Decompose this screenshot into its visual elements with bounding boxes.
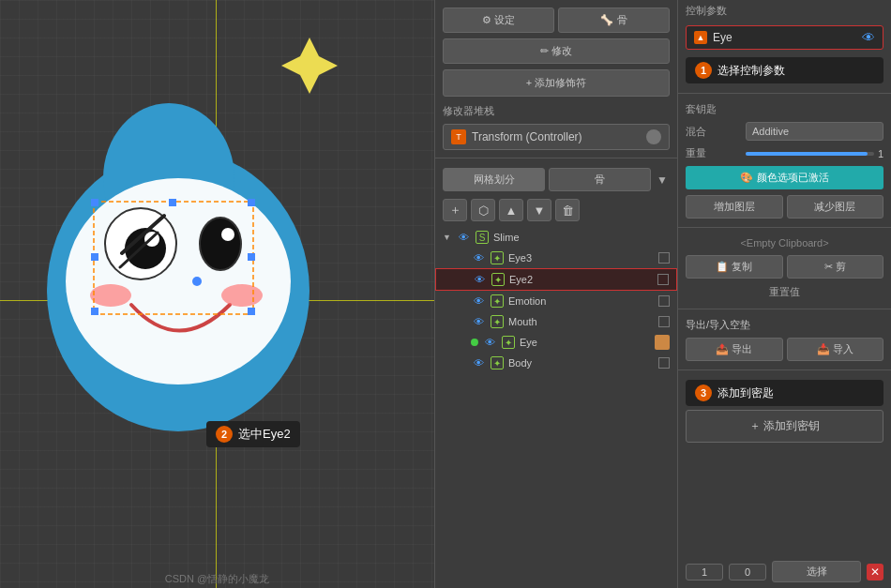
export-import-buttons: 📤 导出 📥 导入 (678, 335, 891, 364)
reduce-layer-button[interactable]: 减少图层 (787, 195, 884, 219)
mesh-tool-delete[interactable]: 🗑 (555, 199, 580, 221)
mesh-bone-header: 网格划分 骨 ▼ (435, 164, 677, 195)
eye3-checkbox[interactable] (658, 252, 670, 264)
close-button[interactable]: ✕ (867, 564, 883, 580)
layer-item-eye3[interactable]: 👁 ✦ Eye3 (435, 248, 677, 268)
export-button[interactable]: 📤 导出 (686, 338, 783, 361)
green-dot-icon (471, 339, 478, 346)
copy-button[interactable]: 📋 复制 (686, 255, 783, 279)
mesh-tab[interactable]: 网格划分 (443, 168, 545, 191)
eye-icon-body[interactable]: 👁 (471, 355, 486, 370)
bottom-controls: 选择 ✕ (678, 555, 891, 588)
right-divider1 (678, 93, 891, 94)
mouth-icon: ✦ (490, 314, 505, 329)
repeat-label: 重置值 (678, 281, 891, 303)
add-mesh-tool[interactable]: ＋ (443, 199, 467, 221)
copy-icon: 📋 (716, 261, 729, 273)
keyset-row: 套钥匙 (678, 99, 891, 119)
modifier-stack-label: 修改器堆栈 (435, 100, 677, 122)
slime-character (9, 28, 403, 478)
step1-badge: 1 (695, 62, 712, 79)
svg-point-11 (90, 284, 131, 307)
eye-icon-mouth[interactable]: 👁 (471, 314, 486, 329)
slime-mesh-icon: S (476, 231, 489, 244)
cut-button[interactable]: ✂ 剪 (787, 255, 884, 279)
svg-rect-15 (248, 199, 255, 206)
weight-label: 重量 (686, 146, 742, 160)
divider1 (435, 158, 677, 158)
layer-item-emotion[interactable]: 👁 ✦ Emotion (435, 291, 677, 311)
blend-dropdown[interactable]: Additive Normal Multiply (746, 122, 883, 141)
svg-point-21 (192, 277, 202, 286)
eye3-icon: ✦ (490, 250, 505, 265)
modifier-item[interactable]: T Transform (Controller) (443, 124, 670, 150)
layer-name-body: Body (508, 357, 655, 369)
layer-item-body[interactable]: 👁 ✦ Body (435, 353, 677, 373)
add-layer-button[interactable]: 增加图层 (686, 195, 783, 219)
control-param-name: Eye (713, 31, 856, 44)
body-checkbox[interactable] (658, 357, 670, 369)
mouth-mesh-icon: ✦ (491, 315, 504, 328)
eye2-checkbox[interactable] (657, 274, 669, 285)
select-button[interactable]: 选择 (772, 561, 861, 582)
control-param-title: 控制参数 (678, 0, 891, 22)
mesh-tool-up[interactable]: ▲ (499, 199, 523, 221)
layer-item-eye2[interactable]: 👁 ✦ Eye2 (435, 268, 677, 291)
color-active-button[interactable]: 🎨 颜色选项已激活 (686, 166, 883, 189)
mouth-checkbox[interactable] (658, 316, 670, 327)
layer-item-mouth[interactable]: 👁 ✦ Mouth (435, 311, 677, 332)
emotion-checkbox[interactable] (658, 295, 670, 307)
eye-icon-eye3[interactable]: 👁 (471, 250, 486, 265)
bone-button[interactable]: 🦴 骨 (558, 8, 670, 33)
eye-icon-eye[interactable]: 👁 (482, 335, 497, 350)
import-button[interactable]: 📥 导入 (787, 338, 884, 361)
export-import-label-row: 导出/导入空垫 (678, 315, 891, 335)
weight-row: 重量 1 (678, 143, 891, 163)
canvas-area: 2 选中Eye2 CSDN @恬静的小魔龙 (0, 0, 434, 588)
weight-value: 1 (878, 148, 883, 159)
svg-point-3 (66, 178, 291, 384)
eye-icon-emotion[interactable]: 👁 (471, 294, 486, 309)
setup-button[interactable]: ⚙ 设定 (443, 8, 554, 33)
middle-panel: ⚙ 设定 🦴 骨 ✏ 修改 + 添加修饰符 修改器堆栈 T Transform … (434, 0, 678, 588)
add-keyframe-button[interactable]: ＋ 添加到密钥 (686, 410, 883, 443)
eye-layer-icon: ✦ (501, 335, 516, 350)
modifier-icon: T (451, 129, 466, 144)
layer-name-eye2: Eye2 (509, 274, 654, 285)
modify-button[interactable]: ✏ 修改 (443, 38, 670, 64)
layer-item-eye[interactable]: 👁 ✦ Eye (435, 332, 677, 353)
step3-badge: 3 (695, 384, 712, 401)
bone-tab[interactable]: 骨 (549, 168, 651, 191)
top-buttons: ⚙ 设定 🦴 骨 (435, 0, 677, 37)
step2-text: 选中Eye2 (238, 426, 291, 443)
eye-icon-slime[interactable]: 👁 (456, 230, 471, 245)
step1-text: 选择控制参数 (717, 63, 785, 79)
tree-arrow-slime: ▼ (443, 233, 452, 242)
eye-visibility-button[interactable]: 👁 (862, 30, 875, 45)
watermark: CSDN @恬静的小魔龙 (0, 572, 434, 586)
add-modifier-button[interactable]: + 添加修饰符 (443, 69, 670, 97)
num-input-2[interactable] (729, 564, 766, 580)
right-divider2 (678, 227, 891, 228)
mesh-tool-2[interactable]: ⬡ (471, 199, 495, 221)
modifier-item-label: Transform (Controller) (472, 130, 582, 143)
mesh-tool-down[interactable]: ▼ (527, 199, 551, 221)
clipboard-text: <Empty Clipboard> (678, 234, 891, 252)
svg-rect-17 (248, 308, 255, 315)
svg-point-10 (221, 228, 234, 241)
export-import-label: 导出/导入空垫 (686, 318, 750, 332)
layer-action-buttons: 增加图层 减少图层 (678, 192, 891, 221)
copy-label: 复制 (732, 260, 752, 274)
num-input-1[interactable] (686, 564, 723, 580)
eye-special-icon (655, 335, 670, 350)
step3-text: 添加到密匙 (717, 385, 774, 401)
blend-row: 混合 Additive Normal Multiply (678, 119, 891, 143)
dropdown-arrow-icon[interactable]: ▼ (655, 173, 670, 188)
emotion-icon: ✦ (490, 294, 505, 309)
eye2-icon: ✦ (491, 272, 506, 287)
svg-rect-19 (91, 253, 98, 261)
layer-name-eye: Eye (520, 337, 651, 348)
svg-point-9 (200, 218, 241, 270)
eye-icon-eye2[interactable]: 👁 (472, 272, 487, 287)
layer-item-slime[interactable]: ▼ 👁 S Slime (435, 227, 677, 248)
